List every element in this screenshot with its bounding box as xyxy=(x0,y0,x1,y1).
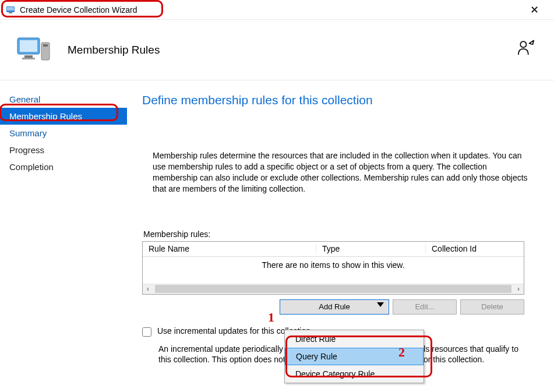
title-bar: Create Device Collection Wizard ✕ xyxy=(0,0,554,20)
close-button[interactable]: ✕ xyxy=(523,1,546,19)
menu-item-query-rule[interactable]: Query Rule xyxy=(285,348,424,365)
rules-grid-scrollbar[interactable]: ‹ › xyxy=(143,284,524,294)
wizard-header: Membership Rules xyxy=(0,20,554,80)
page-title: Membership Rules xyxy=(68,44,160,56)
rules-button-row: Add Rule Edit... Delete xyxy=(142,299,524,315)
column-type[interactable]: Type xyxy=(316,244,426,253)
add-rule-menu: Direct Rule Query Rule Device Category R… xyxy=(284,330,424,383)
column-collection-id[interactable]: Collection Id xyxy=(426,244,524,253)
sidebar-item-membership-rules[interactable]: Membership Rules xyxy=(0,108,127,125)
wizard-steps-sidebar: General Membership Rules Summary Progres… xyxy=(0,80,127,392)
app-icon xyxy=(6,5,15,15)
delete-button: Delete xyxy=(460,299,524,315)
scroll-track[interactable] xyxy=(155,285,511,293)
section-heading: Define membership rules for this collect… xyxy=(142,93,534,107)
menu-item-device-category-rule[interactable]: Device Category Rule xyxy=(285,365,424,383)
column-rule-name[interactable]: Rule Name xyxy=(143,244,316,253)
sidebar-item-general[interactable]: General xyxy=(0,91,127,108)
chevron-down-icon xyxy=(377,302,384,307)
rules-grid-header: Rule Name Type Collection Id xyxy=(143,242,524,257)
edit-button: Edit... xyxy=(393,299,457,315)
wizard-step-icon xyxy=(16,34,54,66)
section-description: Membership rules determine the resources… xyxy=(153,150,532,195)
svg-rect-1 xyxy=(7,7,14,10)
menu-item-direct-rule[interactable]: Direct Rule xyxy=(285,330,424,348)
svg-rect-2 xyxy=(9,12,12,13)
membership-icon xyxy=(518,40,538,59)
add-rule-button[interactable]: Add Rule xyxy=(280,299,389,315)
svg-rect-5 xyxy=(24,55,33,58)
sidebar-item-summary[interactable]: Summary xyxy=(0,125,127,142)
incremental-updates-checkbox[interactable] xyxy=(142,327,151,337)
svg-rect-4 xyxy=(20,40,37,52)
rules-grid: Rule Name Type Collection Id There are n… xyxy=(142,241,524,295)
rules-grid-label: Membership rules: xyxy=(143,229,534,239)
scroll-right-icon[interactable]: › xyxy=(513,284,524,294)
rules-grid-empty-text: There are no items to show in this view. xyxy=(143,257,524,284)
svg-rect-8 xyxy=(43,44,48,47)
scroll-left-icon[interactable]: ‹ xyxy=(143,284,153,294)
sidebar-item-progress: Progress xyxy=(0,142,127,158)
add-rule-label: Add Rule xyxy=(319,302,350,311)
svg-rect-6 xyxy=(22,58,35,59)
window-title: Create Device Collection Wizard xyxy=(20,5,137,15)
svg-point-9 xyxy=(520,41,526,47)
sidebar-item-completion: Completion xyxy=(0,158,127,175)
